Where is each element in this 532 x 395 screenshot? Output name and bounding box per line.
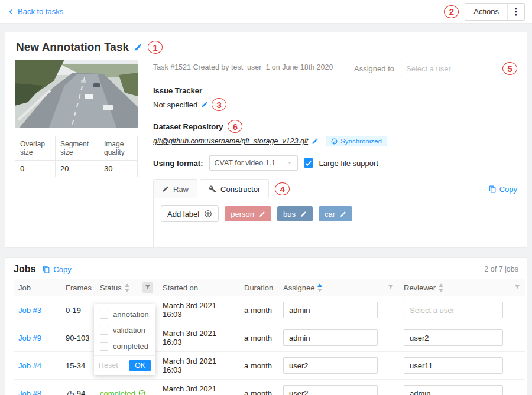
status-info-icon[interactable]: [138, 390, 145, 395]
job-link[interactable]: Job #8: [18, 389, 41, 395]
job-link[interactable]: Job #4: [18, 361, 41, 370]
assignee-filter-icon[interactable]: [387, 284, 394, 291]
status-filter-dropdown: annotation validation completed Reset OK: [94, 304, 155, 375]
wrench-icon: [209, 185, 216, 193]
job-started: March 3rd 2021 16:03: [163, 329, 216, 347]
reviewer-value: user2: [410, 334, 429, 342]
status-filter-icon[interactable]: [142, 282, 153, 293]
large-file-support-checkbox[interactable]: [304, 158, 313, 168]
col-reviewer: Reviewer: [404, 283, 436, 292]
edit-label-icon[interactable]: [259, 211, 265, 217]
copy-jobs-label: Copy: [53, 265, 71, 274]
more-options-icon[interactable]: ⋮: [508, 6, 524, 17]
col-status: Status: [100, 283, 122, 292]
assigned-to-label: Assigned to: [354, 64, 394, 73]
jobs-title: Jobs: [14, 264, 35, 275]
param-header-overlap: Overlap size: [15, 136, 56, 161]
job-link[interactable]: Job #3: [18, 306, 41, 315]
col-started: Started on: [163, 283, 198, 292]
assignee-select[interactable]: user2: [283, 385, 378, 395]
edit-issue-tracker-icon[interactable]: [201, 101, 208, 108]
dataset-repository-url: git@github.com:username/git_storage_v123…: [153, 137, 308, 145]
label-person-name: person: [231, 210, 254, 218]
add-label-button[interactable]: Add label: [161, 205, 219, 222]
tab-raw[interactable]: Raw: [153, 179, 197, 198]
job-started: March 3rd 2021 16:03: [163, 357, 216, 374]
jobs-table: Job Frames Status Started on Duration As…: [14, 279, 525, 395]
callout-1: 1: [148, 41, 163, 54]
filter-option-annotation[interactable]: annotation: [94, 306, 155, 322]
checkbox-annotation[interactable]: [100, 311, 108, 319]
reviewer-select[interactable]: admin: [404, 385, 503, 395]
edit-title-icon[interactable]: [134, 43, 142, 51]
checkbox-completed[interactable]: [100, 342, 108, 351]
synchronized-badge: Synchronized: [326, 136, 387, 146]
top-bar: Back to tasks 2 Actions ⋮: [0, 0, 532, 24]
assignee-value: user2: [289, 361, 309, 370]
plus-circle-icon: [204, 210, 212, 218]
reviewer-filter-icon[interactable]: [514, 284, 521, 291]
copy-icon: [489, 185, 497, 193]
task-parameters-table: Overlap size Segment size Image quality …: [15, 136, 138, 177]
param-header-quality: Image quality: [99, 136, 137, 161]
task-preview-thumbnail: [15, 60, 138, 128]
label-car-name: car: [325, 210, 335, 218]
reviewer-sort-icon[interactable]: [439, 283, 443, 292]
tab-constructor[interactable]: Constructor: [200, 179, 269, 198]
param-value-segment: 20: [55, 161, 99, 177]
assignee-select-input[interactable]: Select a user: [400, 60, 497, 77]
tab-constructor-label: Constructor: [220, 185, 260, 194]
assignee-select[interactable]: admin: [283, 329, 378, 346]
copy-labels-link[interactable]: Copy: [489, 185, 517, 194]
dataset-repository-label: Dataset Repository: [153, 122, 223, 131]
job-started: March 3rd 2021 16:03: [163, 301, 216, 319]
sync-check-icon: [331, 138, 338, 145]
callout-4: 4: [275, 182, 290, 195]
job-duration: a month: [244, 334, 272, 342]
pencil-icon: [162, 185, 169, 192]
col-job: Job: [18, 283, 31, 292]
col-frames: Frames: [66, 283, 92, 292]
edit-label-icon[interactable]: [340, 211, 346, 217]
labels-constructor-panel: Add label person bus car: [153, 198, 517, 248]
reviewer-value: user11: [410, 361, 433, 370]
job-duration: a month: [244, 389, 272, 395]
filter-reset-button[interactable]: Reset: [99, 361, 118, 370]
status-sort-icon[interactable]: [125, 283, 129, 292]
job-row-3: Job #4 15-34 March 3rd 2021 16:03 a mont…: [14, 352, 525, 380]
job-frames: 0-19: [66, 306, 81, 315]
job-duration: a month: [244, 306, 272, 315]
edit-label-icon[interactable]: [300, 211, 307, 217]
checkmark-icon: [305, 161, 312, 166]
filter-option-completed[interactable]: completed: [94, 338, 155, 354]
reviewer-select[interactable]: Select a user: [404, 302, 503, 318]
format-select[interactable]: CVAT for video 1.1: [209, 155, 298, 171]
checkbox-validation[interactable]: [100, 327, 108, 335]
back-to-tasks-link[interactable]: Back to tasks: [7, 7, 63, 16]
label-chip-car[interactable]: car: [319, 206, 352, 221]
task-title: New Annotation Task: [16, 41, 129, 54]
callout-3: 3: [212, 98, 226, 111]
filter-option-label: completed: [113, 342, 148, 351]
copy-icon: [43, 266, 50, 273]
edit-repository-icon[interactable]: [312, 138, 319, 145]
label-chip-person[interactable]: person: [225, 206, 271, 221]
reviewer-select[interactable]: user11: [404, 357, 503, 374]
task-detail-card: New Annotation Task 1: [5, 32, 527, 248]
assignee-value: admin: [289, 306, 310, 315]
copy-jobs-link[interactable]: Copy: [43, 265, 71, 274]
reviewer-select[interactable]: user2: [404, 329, 503, 346]
job-row-4: Job #8 75-94 completed March 3rd 2021 16…: [14, 380, 525, 395]
job-status: completed: [100, 389, 135, 395]
filter-ok-button[interactable]: OK: [129, 360, 151, 371]
assignee-sort-icon[interactable]: [317, 283, 322, 292]
reviewer-value: admin: [410, 389, 430, 395]
jobs-header-row: Job Frames Status Started on Duration As…: [14, 279, 525, 296]
assignee-placeholder: Select a user: [406, 64, 451, 73]
actions-button[interactable]: Actions ⋮: [465, 3, 525, 21]
assignee-select[interactable]: admin: [283, 302, 378, 318]
filter-option-validation[interactable]: validation: [94, 322, 155, 338]
label-chip-bus[interactable]: bus: [277, 206, 313, 221]
assignee-select[interactable]: user2: [283, 357, 378, 374]
job-link[interactable]: Job #9: [18, 334, 41, 342]
